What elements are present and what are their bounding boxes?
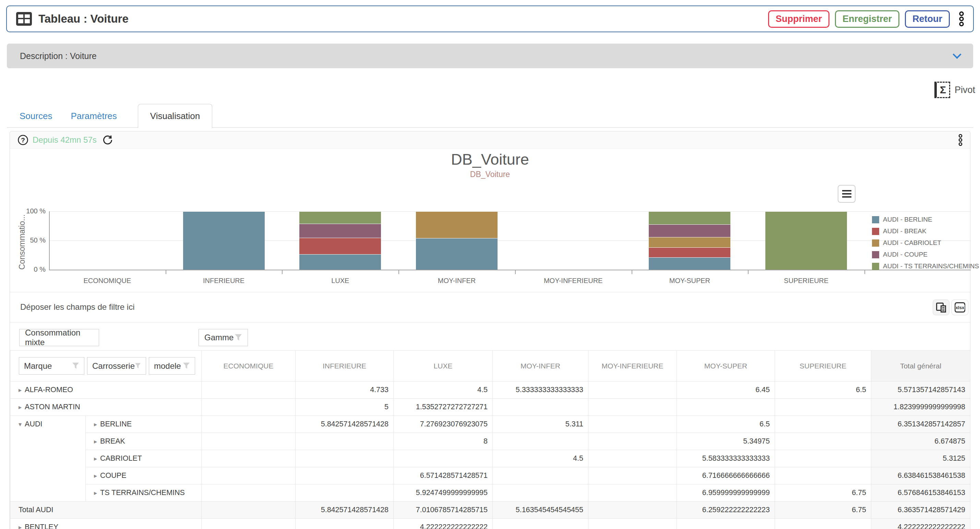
bar-segment-berline[interactable] <box>416 238 498 270</box>
row-label-bentley[interactable]: ▸BENTLEY <box>10 519 202 529</box>
row-label-total-audi: Total AUDI <box>10 502 202 519</box>
legend-item[interactable]: AUDI - CABRIOLET <box>872 239 979 247</box>
bar-segment-break[interactable] <box>299 238 381 255</box>
bar-segment-break[interactable] <box>649 247 730 257</box>
bar-segment-ts terrains/chemins[interactable] <box>299 211 381 224</box>
refresh-icon[interactable] <box>102 134 113 145</box>
value-cell: 5.842571428571428 <box>296 502 394 519</box>
description-bar[interactable]: Description : Voiture <box>7 43 973 68</box>
bar-segment-coupe[interactable] <box>299 224 381 237</box>
legend-label: AUDI - CABRIOLET <box>883 239 941 247</box>
y-tick-label: 100 % <box>17 207 46 215</box>
caret-collapsed-icon[interactable]: ▸ <box>19 387 22 394</box>
y-tick-label: 50 % <box>17 236 46 244</box>
row-sublabel-cabriolet[interactable]: ▸CABRIOLET <box>86 450 202 467</box>
filter-funnel-icon[interactable] <box>135 362 141 370</box>
filter-funnel-icon[interactable] <box>235 334 242 341</box>
value-cell: 5 <box>296 398 394 416</box>
supprimer-button[interactable]: Supprimer <box>768 10 829 28</box>
value-cell <box>493 484 589 502</box>
legend-swatch <box>872 251 879 258</box>
chevron-down-icon[interactable] <box>953 50 961 59</box>
legend-swatch <box>872 239 879 247</box>
row-sublabel-break[interactable]: ▸BREAK <box>86 433 202 450</box>
caret-expanded-icon[interactable]: ▾ <box>19 421 22 428</box>
bar-segment-berline[interactable] <box>649 257 730 270</box>
table-grid-icon <box>16 12 32 26</box>
svg-text:?: ? <box>21 137 25 144</box>
tab-visualisation[interactable]: Visualisation <box>138 104 213 128</box>
legend-item[interactable]: AUDI - BREAK <box>872 228 979 235</box>
xlsx-export-icon: xlsx <box>955 302 965 312</box>
row-field-chip-modele[interactable]: modele <box>149 357 195 374</box>
row-label-aston-martin[interactable]: ▸ASTON MARTIN <box>10 398 202 416</box>
bar-segment-ts terrains/chemins[interactable] <box>765 211 847 270</box>
pivot-toggle[interactable]: Σ Pivot <box>934 82 975 98</box>
export-xlsx-button[interactable]: xlsx <box>951 300 968 315</box>
value-cell <box>775 416 871 433</box>
row-sublabel-berline[interactable]: ▸BERLINE <box>86 416 202 433</box>
header-kebab-menu-icon[interactable] <box>959 11 964 27</box>
column-header-moy-infer: MOY-INFER <box>493 351 589 381</box>
value-cell <box>296 519 394 529</box>
value-cell: 4.222222222222222 <box>871 519 970 529</box>
tab-parametres[interactable]: Paramètres <box>61 104 126 128</box>
sigma-pivot-icon[interactable]: Σ <box>934 82 950 98</box>
bar-segment-ts terrains/chemins[interactable] <box>649 211 730 225</box>
x-axis-label: LUXE <box>282 277 398 285</box>
bar-segment-coupe[interactable] <box>649 225 730 237</box>
panel-kebab-menu-icon[interactable] <box>958 134 963 146</box>
value-cell: 6.351342857142857 <box>871 416 970 433</box>
legend-label: AUDI - COUPE <box>883 251 928 258</box>
visualization-panel: ? Depuis 42mn 57s DB_Voiture DB_Voiture … <box>10 131 970 529</box>
bar-segment-cabriolet[interactable] <box>649 237 730 248</box>
measure-field-chip[interactable]: Consommation mixte <box>19 329 99 346</box>
table-row: ▸TS TERRAINS/CHEMINS5.92474999999999956.… <box>10 484 970 502</box>
row-sublabel-ts-terrains-chemins[interactable]: ▸TS TERRAINS/CHEMINS <box>86 484 202 502</box>
retour-button[interactable]: Retour <box>905 10 950 28</box>
value-cell: 5.3125 <box>871 450 970 467</box>
value-cell <box>202 381 296 398</box>
caret-collapsed-icon[interactable]: ▸ <box>94 421 97 428</box>
row-sublabel-coupe[interactable]: ▸COUPE <box>86 467 202 484</box>
column-field-chip-gamme[interactable]: Gamme <box>199 329 248 346</box>
caret-collapsed-icon[interactable]: ▸ <box>94 438 97 445</box>
filter-drop-zone[interactable]: Déposer les champs de filtre ici <box>10 292 134 322</box>
tab-sources[interactable]: Sources <box>10 104 61 128</box>
caret-collapsed-icon[interactable]: ▸ <box>94 489 97 496</box>
column-header-moy-super: MOY-SUPER <box>677 351 775 381</box>
bar-segment-berline[interactable] <box>183 211 265 270</box>
value-cell <box>589 519 677 529</box>
bar-segment-berline[interactable] <box>299 254 381 270</box>
value-cell <box>202 398 296 416</box>
legend-item[interactable]: AUDI - COUPE <box>872 251 979 258</box>
row-label-audi[interactable]: ▾AUDI <box>10 416 86 502</box>
value-cell <box>589 450 677 467</box>
enregistrer-button[interactable]: Enregistrer <box>835 10 899 28</box>
row-field-chip-marque[interactable]: Marque <box>19 357 84 374</box>
value-cell: 4.222222222222222 <box>394 519 493 529</box>
filter-funnel-icon[interactable] <box>72 362 79 370</box>
caret-collapsed-icon[interactable]: ▸ <box>19 524 22 529</box>
row-field-label: Carrosserie <box>92 361 135 371</box>
help-icon[interactable]: ? <box>18 134 29 145</box>
copy-table-button[interactable] <box>933 300 950 315</box>
chart-menu-button[interactable] <box>838 185 856 203</box>
value-cell <box>493 398 589 416</box>
caret-collapsed-icon[interactable]: ▸ <box>94 472 97 479</box>
value-cell: 5.9247499999999995 <box>394 484 493 502</box>
caret-collapsed-icon[interactable]: ▸ <box>19 404 22 411</box>
row-field-chip-carrosserie[interactable]: Carrosserie <box>87 357 146 374</box>
legend-item[interactable]: AUDI - TS TERRAINS/CHEMINS <box>872 263 979 270</box>
filter-funnel-icon[interactable] <box>183 362 190 370</box>
x-axis-label: INFERIEURE <box>165 277 282 285</box>
caret-collapsed-icon[interactable]: ▸ <box>94 455 97 462</box>
legend-swatch <box>872 228 879 235</box>
legend-swatch <box>872 216 879 223</box>
legend-item[interactable]: AUDI - BERLINE <box>872 216 979 223</box>
bar-segment-cabriolet[interactable] <box>416 211 498 238</box>
row-label-alfa-romeo[interactable]: ▸ALFA-ROMEO <box>10 381 202 398</box>
chart-legend: AUDI - BERLINEAUDI - BREAKAUDI - CABRIOL… <box>872 216 979 270</box>
chart-panel-header: ? Depuis 42mn 57s <box>10 131 970 148</box>
value-cell <box>493 433 589 450</box>
